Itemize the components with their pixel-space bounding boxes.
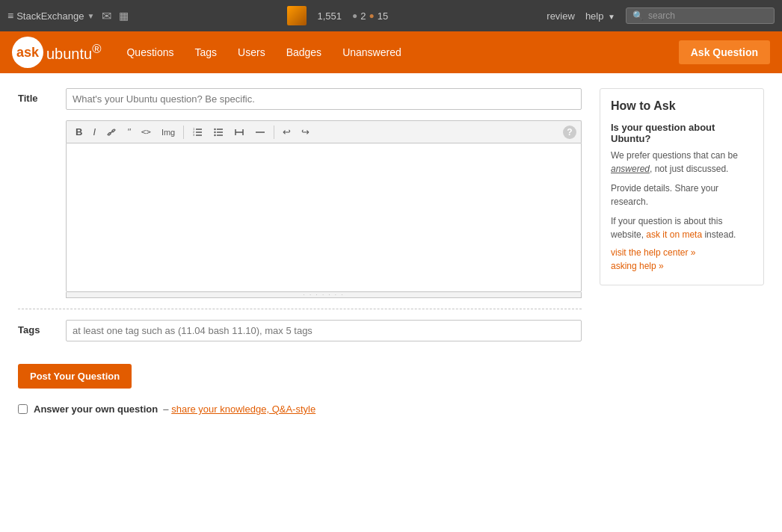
tags-label: Tags [18,320,55,335]
form-container: Title B I " <> Img [18,88,764,415]
silver-badge-count: 2 [360,10,366,22]
post-question-button[interactable]: Post Your Question [18,364,132,389]
answer-own-sub: – share your knowledge, Q&A-style [161,403,315,415]
answer-own-link[interactable]: share your knowledge, Q&A-style [171,403,315,415]
editor-resize-handle[interactable]: · · · · · · · [66,292,582,298]
top-bar-right: review help ▼ 🔍 [547,7,775,24]
heading-icon [234,127,244,137]
logo-circle: ask [12,37,43,68]
inbox-icon[interactable]: ✉ [102,9,111,23]
site-nav: Questions Tags Users Badges Unanswered [116,31,678,73]
ul-icon [213,127,224,137]
asking-help-link[interactable]: asking help » [611,261,753,271]
logo-superscript: ® [92,42,101,56]
toolbar-link[interactable] [102,125,121,140]
toolbar-ul[interactable] [209,125,228,140]
svg-point-8 [215,131,216,132]
top-bar: ≡ StackExchange ▼ ✉ ▦ 1,551 ● 2 ● 15 rev… [0,0,782,31]
toolbar-italic[interactable]: I [88,124,100,140]
answer-own-label-text: Answer your own question [34,403,158,415]
user-score: 1,551 [317,10,342,22]
form-left: Title B I " <> Img [18,88,582,415]
search-box: 🔍 [626,7,775,24]
nav-unanswered[interactable]: Unanswered [332,31,412,73]
badge-counts: ● 2 ● 15 [352,10,388,22]
ask-question-button[interactable]: Ask Question [679,40,770,64]
editor-help-icon[interactable]: ? [563,126,576,139]
answer-own-checkbox[interactable] [18,404,28,414]
how-to-ask-title: How to Ask [611,99,753,113]
title-field-row: Title [18,88,582,110]
how-to-ask-para3: If your question is about this website, … [611,214,753,241]
nav-tags[interactable]: Tags [185,31,228,73]
achievements-icon[interactable]: ▦ [119,10,129,22]
search-icon: 🔍 [632,10,644,21]
bronze-badge-count: 15 [378,10,388,22]
editor-wrap: B I " <> Img 123 [66,120,582,298]
main-content: Title B I " <> Img [0,73,782,532]
toolbar-heading[interactable] [230,125,249,140]
editor-spacer [18,120,55,125]
form-right: How to Ask Is your question about Ubuntu… [600,88,764,415]
search-input[interactable] [648,10,768,21]
user-avatar[interactable] [287,6,307,25]
ol-icon: 123 [192,127,203,137]
toolbar-ol[interactable]: 123 [188,125,207,140]
stack-icon: ≡ [7,10,13,22]
editor-area[interactable] [66,143,582,292]
hr-icon [255,127,265,137]
nav-badges[interactable]: Badges [276,31,332,73]
toolbar-undo[interactable]: ↩ [278,124,295,140]
link-icon [106,127,117,137]
silver-badge-icon: ● [352,10,357,21]
toolbar-code[interactable]: <> [137,125,156,139]
post-btn-section: Post Your Question [18,364,582,389]
resize-dots: · · · · · · · [304,291,345,298]
stackexchange-label: StackExchange [16,10,84,22]
editor-toolbar: B I " <> Img 123 [66,120,582,143]
toolbar-sep-2 [274,126,274,139]
toolbar-bold[interactable]: B [71,124,87,140]
svg-text:3: 3 [193,133,195,137]
how-to-ask-para1: We prefer questions that can be answered… [611,149,753,176]
tags-field-row: Tags [18,320,582,341]
ask-on-meta-link[interactable]: ask it on meta [646,229,702,240]
top-bar-center: 1,551 ● 2 ● 15 [138,6,538,25]
svg-point-7 [215,128,216,129]
toolbar-sep-1 [183,126,184,139]
answer-own-label: Answer your own question – share your kn… [34,403,315,415]
bronze-badge-icon: ● [369,10,375,21]
nav-questions[interactable]: Questions [116,31,184,73]
help-link[interactable]: help ▼ [585,10,615,22]
how-to-ask-heading: Is your question about Ubuntu? [611,122,753,144]
how-to-ask-para2: Provide details. Share your research. [611,182,753,208]
toolbar-redo[interactable]: ↪ [297,124,314,140]
toolbar-right: ? [563,126,576,139]
top-bar-left: ≡ StackExchange ▼ ✉ ▦ [7,9,129,23]
title-input[interactable] [66,88,582,110]
answer-own-section: Answer your own question – share your kn… [18,403,582,415]
toolbar-blockquote[interactable]: " [123,124,135,140]
stackexchange-dropdown[interactable]: ≡ StackExchange ▼ [7,10,94,22]
tags-section: Tags [18,309,582,341]
tags-input[interactable] [66,320,582,341]
site-header: ask ubuntu® Questions Tags Users Badges … [0,31,782,73]
toolbar-hr[interactable] [250,125,270,140]
title-label: Title [18,88,55,104]
nav-users[interactable]: Users [227,31,276,73]
toolbar-image[interactable]: Img [157,126,179,139]
logo-text: ubuntu® [46,42,101,63]
stackexchange-arrow: ▼ [87,12,95,20]
tags-divider [18,309,582,309]
how-to-ask-panel: How to Ask Is your question about Ubuntu… [600,88,764,285]
visit-help-center-link[interactable]: visit the help center » [611,247,753,258]
svg-point-9 [215,134,216,135]
review-link[interactable]: review [547,10,575,22]
editor-field-row: B I " <> Img 123 [18,120,582,298]
site-logo[interactable]: ask ubuntu® [12,37,101,68]
